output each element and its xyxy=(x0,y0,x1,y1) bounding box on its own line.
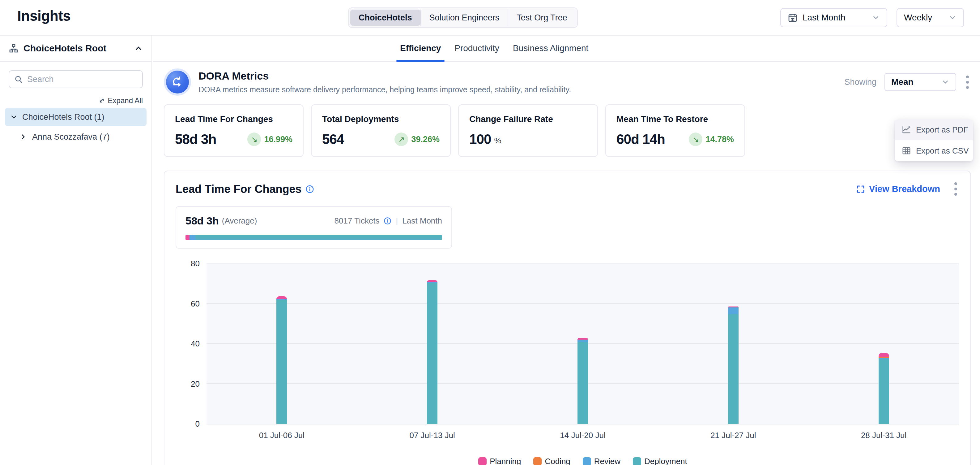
dora-metrics-icon xyxy=(164,69,191,96)
y-axis-tick: 40 xyxy=(191,339,200,348)
tree-item-child[interactable]: Anna Scozzafava (7) xyxy=(19,129,146,145)
main-area: Efficiency Productivity Business Alignme… xyxy=(153,35,980,465)
legend-item-coding[interactable]: Coding xyxy=(533,457,570,465)
export-pdf-label: Export as PDF xyxy=(916,125,968,135)
expand-all-label: Expand All xyxy=(108,96,143,105)
metric-value: 60d 14h xyxy=(616,131,665,147)
metric-card-lead-time[interactable]: Lead Time For Changes 58d 3h ↘ 16.99% xyxy=(164,104,304,157)
chevron-down-icon xyxy=(872,14,880,22)
metric-card-change-failure-rate[interactable]: Change Failure Rate 100 % xyxy=(458,104,598,157)
summary-qualifier: (Average) xyxy=(222,216,257,226)
export-csv-item[interactable]: Export as CSV xyxy=(895,140,973,161)
chevron-up-icon[interactable] xyxy=(134,44,143,53)
y-axis-tick: 80 xyxy=(191,259,200,268)
trend-down-icon: ↘ xyxy=(247,133,261,146)
chevron-down-icon xyxy=(941,78,950,86)
progress-review xyxy=(189,235,195,240)
stacked-bar[interactable] xyxy=(276,264,287,424)
info-icon[interactable] xyxy=(383,217,392,225)
delta-value: 16.99% xyxy=(264,135,293,144)
bar-segment-review xyxy=(578,340,588,342)
bar-segment-review xyxy=(728,307,738,314)
legend-label: Coding xyxy=(545,457,570,465)
sidebar-search[interactable] xyxy=(9,70,143,88)
tree-item-label: ChoiceHotels Root (1) xyxy=(22,112,105,122)
legend-label: Review xyxy=(594,457,620,465)
metric-value: 58d 3h xyxy=(175,131,216,147)
org-tab-solution-engineers[interactable]: Solution Engineers xyxy=(420,10,508,26)
tickets-count: 8017 Tickets xyxy=(334,216,380,226)
dora-section-title: DORA Metrics xyxy=(199,70,571,82)
lead-time-panel: Lead Time For Changes View Breakdown xyxy=(164,171,971,465)
granularity-value: Weekly xyxy=(904,13,932,22)
expand-arrows-icon xyxy=(98,97,105,104)
granularity-dropdown[interactable]: Weekly xyxy=(897,8,964,27)
dora-kebab-menu[interactable] xyxy=(964,74,971,91)
insight-tabs: Efficiency Productivity Business Alignme… xyxy=(153,35,980,62)
tab-productivity[interactable]: Productivity xyxy=(455,35,499,61)
legend-swatch xyxy=(533,457,542,465)
phase-progress-bar xyxy=(186,235,442,240)
bar-segment-deployment xyxy=(878,359,889,424)
tree-item-label: Anna Scozzafava (7) xyxy=(32,132,110,142)
bar-segment-planning xyxy=(878,353,889,357)
org-tab-choicehotels[interactable]: ChoiceHotels xyxy=(350,10,420,26)
sidebar-root-label: ChoiceHotels Root xyxy=(24,43,107,54)
bar-segment-deployment xyxy=(276,300,287,424)
view-breakdown-label: View Breakdown xyxy=(869,184,940,194)
aggregation-value: Mean xyxy=(891,77,913,87)
x-axis-label: 07 Jul-13 Jul xyxy=(409,431,455,440)
bar-segment-deployment xyxy=(728,314,738,424)
chart-plot: 020406080 xyxy=(207,264,959,425)
search-input[interactable] xyxy=(27,75,137,84)
stacked-bar[interactable] xyxy=(878,264,889,424)
chevron-right-icon xyxy=(19,133,27,141)
legend-swatch xyxy=(633,457,641,465)
aggregation-dropdown[interactable]: Mean xyxy=(885,73,956,91)
expand-corners-icon xyxy=(856,184,865,194)
metric-title: Change Failure Rate xyxy=(469,114,587,124)
page-title: Insights xyxy=(18,8,70,24)
bar-segment-deployment xyxy=(578,342,588,424)
period-dropdown[interactable]: Last Month xyxy=(780,8,887,27)
info-icon[interactable] xyxy=(305,184,314,194)
calendar-icon xyxy=(788,13,798,22)
bar-segment-deployment xyxy=(427,283,438,424)
view-breakdown-button[interactable]: View Breakdown xyxy=(856,184,940,194)
metric-title: Mean Time To Restore xyxy=(616,114,734,124)
legend-swatch xyxy=(583,457,591,465)
dora-section-description: DORA metrics measure software delivery p… xyxy=(199,85,571,94)
trend-down-icon: ↘ xyxy=(689,133,702,146)
progress-deployment xyxy=(196,235,442,240)
export-menu: Export as PDF Export as CSV xyxy=(895,119,973,161)
x-axis-label: 21 Jul-27 Jul xyxy=(710,431,756,440)
metric-card-mean-time-to-restore[interactable]: Mean Time To Restore 60d 14h ↘ 14.78% xyxy=(605,104,745,157)
progress-planning xyxy=(186,235,189,240)
metric-title: Lead Time For Changes xyxy=(175,114,293,124)
metric-value: 100 xyxy=(469,131,491,147)
chart-legend: PlanningCodingReviewDeployment xyxy=(207,457,959,465)
x-axis-label: 28 Jul-31 Jul xyxy=(861,431,907,440)
panel-title: Lead Time For Changes xyxy=(176,183,301,196)
sidebar-header[interactable]: ChoiceHotels Root xyxy=(0,35,151,62)
tree-item-root[interactable]: ChoiceHotels Root (1) xyxy=(5,108,146,126)
tab-business-alignment[interactable]: Business Alignment xyxy=(513,35,588,61)
expand-all-button[interactable]: Expand All xyxy=(9,96,143,105)
tab-efficiency[interactable]: Efficiency xyxy=(400,35,441,61)
metric-card-total-deployments[interactable]: Total Deployments 564 ↗ 39.26% xyxy=(311,104,451,157)
showing-label: Showing xyxy=(844,77,877,87)
stacked-bar[interactable] xyxy=(578,264,588,424)
y-axis-tick: 0 xyxy=(196,419,200,429)
stacked-bar[interactable] xyxy=(427,264,438,424)
export-pdf-item[interactable]: Export as PDF xyxy=(895,119,973,140)
legend-item-deployment[interactable]: Deployment xyxy=(633,457,687,465)
chart-export-icon xyxy=(902,125,911,134)
lead-time-summary-card: 58d 3h (Average) 8017 Tickets | Last Mon… xyxy=(176,206,452,249)
metric-unit: % xyxy=(494,136,501,145)
org-tab-group: ChoiceHotels Solution Engineers Test Org… xyxy=(348,8,578,28)
org-tab-test-org-tree[interactable]: Test Org Tree xyxy=(508,10,576,26)
legend-item-review[interactable]: Review xyxy=(583,457,620,465)
legend-item-planning[interactable]: Planning xyxy=(478,457,521,465)
panel-kebab-menu[interactable] xyxy=(953,181,959,198)
stacked-bar[interactable] xyxy=(728,264,738,424)
